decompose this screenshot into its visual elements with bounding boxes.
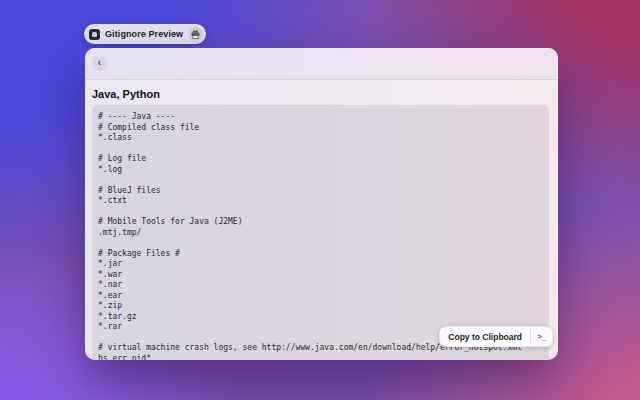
back-button[interactable]: ‹ <box>92 56 107 71</box>
gitignore-content: # ---- Java ---- # Compiled class file *… <box>92 105 549 360</box>
gitignore-code-block[interactable]: # ---- Java ---- # Compiled class file *… <box>92 105 549 360</box>
terminal-prompt-icon: >_ <box>531 332 552 341</box>
gitignore-extension-icon <box>89 29 100 40</box>
chevron-left-icon: ‹ <box>98 58 101 68</box>
copy-button-label: Copy to Clipboard <box>440 332 530 342</box>
toast-title: Gitignore Preview <box>105 29 183 39</box>
printer-badge[interactable] <box>188 27 203 42</box>
page-title: Java, Python <box>92 88 558 100</box>
printer-icon <box>191 30 200 39</box>
gitignore-preview-window: ‹ Java, Python # ---- Java ---- # Compil… <box>85 48 558 360</box>
gitignore-preview-toast[interactable]: Gitignore Preview <box>84 24 206 44</box>
copy-to-clipboard-button[interactable]: Copy to Clipboard >_ <box>439 326 553 347</box>
window-header: ‹ <box>85 48 558 80</box>
